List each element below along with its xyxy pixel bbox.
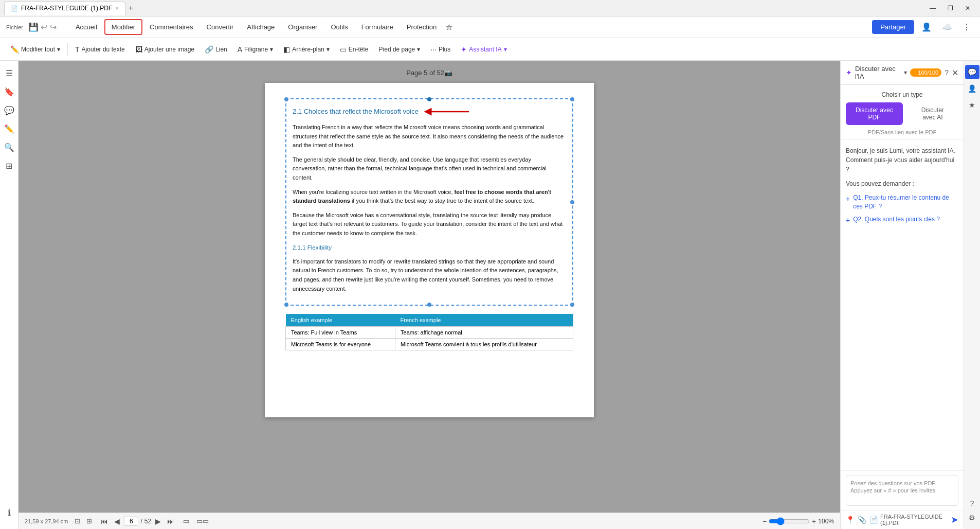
- sidebar-item-grid[interactable]: ⊞: [1, 157, 17, 174]
- edit-icon: ✏️: [10, 45, 19, 54]
- document-area[interactable]: Page 5 of 52 📷: [19, 61, 840, 529]
- far-icon-settings[interactable]: ⚙: [965, 510, 979, 525]
- add-image-button[interactable]: 🖼 Ajouter une image: [131, 43, 198, 56]
- watermark-label: Filigrane: [244, 46, 268, 53]
- type-label: Choisir un type: [846, 91, 958, 98]
- browser-tab[interactable]: 📄 FRA-FRA-STYLEGUIDE (1).PDF ×: [4, 1, 125, 15]
- menu-bar: Fichier 💾 ↩ ↪ Accueil Modifier Commentai…: [0, 16, 980, 38]
- type-selector: Choisir un type Discuter avec PDF Discut…: [841, 85, 964, 139]
- selection-box: 2.1 Choices that reflect the Microsoft v…: [285, 98, 573, 306]
- sidebar-item-info[interactable]: ℹ: [1, 504, 17, 521]
- attachment-icon[interactable]: 📎: [858, 516, 866, 524]
- close-button[interactable]: ✕: [959, 1, 976, 15]
- cloud-icon[interactable]: ☁️: [939, 20, 955, 34]
- text-icon: T: [75, 45, 80, 54]
- more-button[interactable]: ··· Plus: [426, 43, 455, 56]
- protection-help-icon[interactable]: ⛤: [446, 23, 453, 31]
- more-menu-icon[interactable]: ⋮: [959, 20, 974, 34]
- chat-input[interactable]: Posez des questions sur vos PDF. Appuyez…: [846, 475, 958, 506]
- handle-bm[interactable]: [427, 303, 431, 307]
- person-icon[interactable]: 👤: [918, 20, 935, 34]
- background-icon: ◧: [283, 45, 290, 54]
- page-total-num: 52: [144, 518, 151, 525]
- toolbar: ✏️ Modifier tout ▾ T Ajouter du texte 🖼 …: [0, 38, 980, 61]
- assistant-ia-button[interactable]: ✦ Assistant IA ▾: [457, 43, 511, 56]
- sidebar-item-pen[interactable]: ✏️: [1, 120, 17, 137]
- suggestion-item-2[interactable]: + Q2. Quels sont les points clés ?: [846, 213, 958, 228]
- add-text-button[interactable]: T Ajouter du texte: [71, 43, 129, 56]
- menu-item-commentaires[interactable]: Commentaires: [143, 20, 199, 34]
- menu-item-organiser[interactable]: Organiser: [282, 20, 323, 34]
- zoom-in-button[interactable]: +: [812, 517, 816, 525]
- menu-item-outils[interactable]: Outils: [324, 20, 354, 34]
- header-button[interactable]: ▭ En-tête: [336, 43, 373, 56]
- tab-close-btn[interactable]: ×: [115, 5, 118, 11]
- handle-bl[interactable]: [284, 303, 288, 307]
- image-icon: 🖼: [135, 45, 142, 54]
- right-panel: ✦ Discuter avec l'IA ▾ ● 100/100 ? ✕ Cho…: [840, 61, 964, 529]
- discuss-pdf-button[interactable]: Discuter avec PDF: [846, 102, 903, 125]
- background-button[interactable]: ◧ Arrière-plan ▾: [279, 43, 334, 56]
- doc-badge-icon: 📄: [869, 516, 878, 524]
- single-page-icon[interactable]: ▭: [180, 516, 192, 526]
- next-page-button[interactable]: ▶: [153, 516, 163, 526]
- sidebar-item-search[interactable]: 🔍: [1, 139, 17, 155]
- minimize-button[interactable]: —: [924, 1, 941, 15]
- actual-size-icon[interactable]: ⊞: [84, 516, 95, 526]
- menu-item-convertir[interactable]: Convertir: [201, 20, 240, 34]
- panel-close-button[interactable]: ✕: [952, 68, 958, 78]
- handle-tr[interactable]: [570, 97, 574, 101]
- example-table: English example French example Teams: Fu…: [285, 314, 573, 350]
- menu-item-formulaire[interactable]: Formulaire: [355, 20, 400, 34]
- sidebar-item-comment[interactable]: 💬: [1, 102, 17, 118]
- page-number-input[interactable]: [124, 517, 138, 526]
- send-button[interactable]: ➤: [951, 514, 958, 525]
- last-page-button[interactable]: ⏭: [165, 516, 176, 526]
- menu-item-accueil[interactable]: Accueil: [69, 20, 103, 34]
- chat-spacer: [841, 234, 964, 470]
- bottom-toolbar: 21,59 x 27,94 cm ⊡ ⊞ ⏮ ◀ / 52 ▶ ⏭ ▭ ▭▭: [19, 513, 840, 529]
- far-icon-person[interactable]: 👤: [965, 81, 979, 96]
- sidebar-item-bookmark[interactable]: 🔖: [1, 83, 17, 100]
- handle-br[interactable]: [570, 303, 574, 307]
- header-icon: ▭: [340, 45, 347, 54]
- footer-button[interactable]: Pied de page ▾: [375, 43, 425, 56]
- share-button[interactable]: Partager: [872, 20, 914, 34]
- menu-item-affichage[interactable]: Affichage: [241, 20, 281, 34]
- menu-separator: [64, 21, 64, 33]
- sidebar-item-nav[interactable]: ☰: [1, 65, 17, 81]
- handle-mr[interactable]: [570, 200, 574, 204]
- far-icon-star[interactable]: ★: [965, 98, 979, 112]
- suggestion-item-1[interactable]: + Q1. Peux-tu résumer le contenu de ces …: [846, 191, 958, 213]
- help-button[interactable]: ?: [945, 68, 949, 77]
- paragraph-2: The general style should be clear, frien…: [293, 155, 566, 183]
- watermark-button[interactable]: A Filigrane ▾: [233, 43, 277, 56]
- first-page-button[interactable]: ⏮: [99, 516, 110, 526]
- section-header-row: 2.1 Choices that reflect the Microsoft v…: [293, 105, 566, 118]
- menu-item-protection[interactable]: Protection: [401, 20, 443, 34]
- maximize-button[interactable]: ❐: [942, 1, 958, 15]
- discuss-ai-button[interactable]: Discuter avec AI: [907, 102, 958, 125]
- link-button[interactable]: 🔗 Lien: [201, 43, 231, 56]
- fit-icon[interactable]: ⊡: [72, 516, 83, 526]
- pin-icon[interactable]: 📍: [846, 516, 855, 524]
- background-label: Arrière-plan: [292, 46, 324, 53]
- far-icon-question[interactable]: ?: [965, 496, 979, 510]
- panel-dropdown-arrow[interactable]: ▾: [904, 69, 907, 76]
- zoom-out-button[interactable]: −: [763, 517, 767, 525]
- new-tab-button[interactable]: +: [129, 4, 133, 13]
- prev-page-button[interactable]: ◀: [112, 516, 122, 526]
- table-header-row: English example French example: [286, 314, 573, 327]
- handle-tl[interactable]: [284, 97, 288, 101]
- suggestion-text-2: Q2. Quels sont les points clés ?: [853, 215, 940, 224]
- modify-all-button[interactable]: ✏️ Modifier tout ▾: [6, 43, 64, 56]
- far-icon-chat[interactable]: 💬: [965, 65, 979, 79]
- zoom-slider[interactable]: [769, 517, 810, 525]
- menu-item-modifier[interactable]: Modifier: [104, 19, 142, 35]
- table-cell-en-2: Microsoft Teams is for everyone: [286, 339, 395, 350]
- screenshot-icon[interactable]: 📷: [444, 69, 452, 77]
- double-page-icon[interactable]: ▭▭: [194, 516, 211, 526]
- paragraph-3: When you're localizing source text writt…: [293, 188, 566, 206]
- handle-tm[interactable]: [427, 97, 431, 101]
- assistant-dropdown: ▾: [504, 46, 507, 53]
